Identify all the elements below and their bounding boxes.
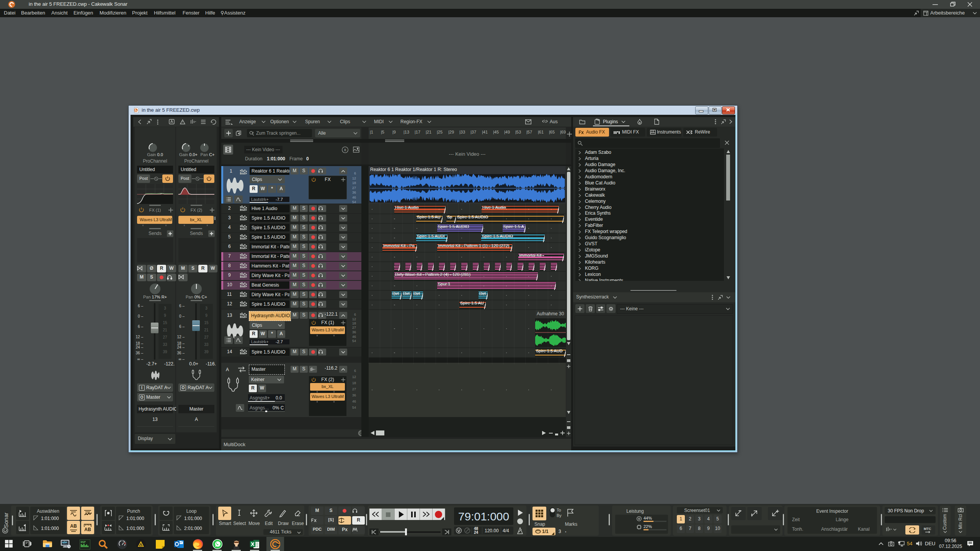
svg-text:8: 8	[344, 148, 346, 152]
svg-text:DSP: DSP	[81, 541, 86, 544]
